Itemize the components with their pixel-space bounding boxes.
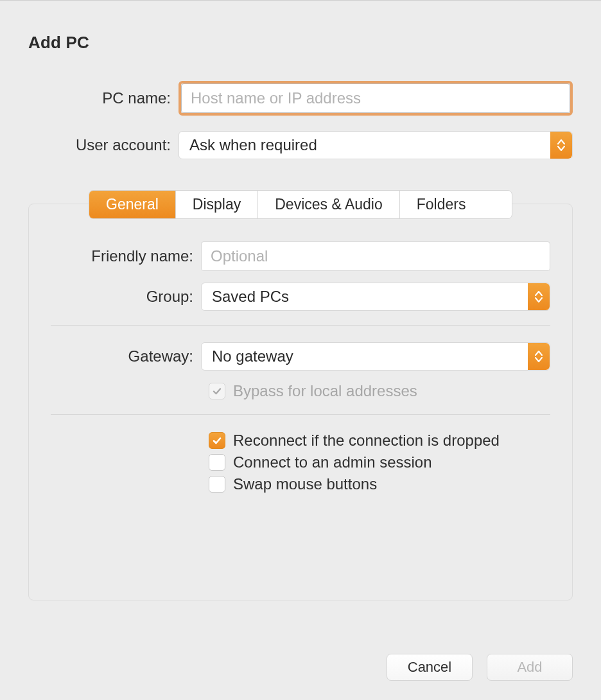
row-pc-name: PC name: <box>28 81 573 116</box>
bypass-local-label: Bypass for local addresses <box>233 382 417 400</box>
pc-name-label: PC name: <box>28 89 179 107</box>
dialog-footer: Cancel Add <box>387 654 573 681</box>
updown-icon <box>550 132 572 159</box>
add-button[interactable]: Add <box>487 654 573 681</box>
tab-folders[interactable]: Folders <box>400 191 483 218</box>
cancel-button[interactable]: Cancel <box>387 654 473 681</box>
row-swap-mouse: Swap mouse buttons <box>209 475 550 493</box>
user-account-value: Ask when required <box>189 136 317 154</box>
pc-name-input[interactable] <box>181 83 570 113</box>
row-admin-session: Connect to an admin session <box>209 453 550 471</box>
friendly-name-input[interactable] <box>201 241 550 271</box>
admin-session-checkbox[interactable] <box>209 454 225 471</box>
row-bypass-local: Bypass for local addresses <box>209 382 550 400</box>
updown-icon <box>528 343 550 370</box>
friendly-name-label: Friendly name: <box>51 247 201 265</box>
swap-mouse-label: Swap mouse buttons <box>233 475 377 493</box>
group-label: Group: <box>51 288 201 306</box>
reconnect-checkbox[interactable] <box>209 432 225 449</box>
tab-general[interactable]: General <box>89 191 176 218</box>
swap-mouse-checkbox[interactable] <box>209 476 225 493</box>
divider <box>51 325 550 326</box>
group-select[interactable]: Saved PCs <box>201 283 550 311</box>
checkmark-icon <box>212 435 222 446</box>
row-group: Group: Saved PCs <box>51 283 550 311</box>
row-gateway: Gateway: No gateway <box>51 342 550 371</box>
gateway-select[interactable]: No gateway <box>201 342 550 371</box>
bypass-local-checkbox <box>209 383 225 399</box>
updown-icon <box>528 283 550 310</box>
dialog-title: Add PC <box>28 33 573 53</box>
row-reconnect: Reconnect if the connection is dropped <box>209 432 550 450</box>
gateway-value: No gateway <box>212 347 293 365</box>
row-user-account: User account: Ask when required <box>28 131 573 159</box>
user-account-label: User account: <box>28 136 179 154</box>
checkmark-icon <box>212 386 222 396</box>
pc-name-focus-ring <box>179 81 573 116</box>
group-value: Saved PCs <box>212 288 289 306</box>
row-friendly-name: Friendly name: <box>51 241 550 271</box>
gateway-label: Gateway: <box>51 347 201 365</box>
reconnect-label: Reconnect if the connection is dropped <box>233 432 500 450</box>
general-panel: Friendly name: Group: Saved PCs Gatew <box>28 204 573 600</box>
tabbar: General Display Devices & Audio Folders <box>89 190 512 219</box>
divider <box>51 414 550 415</box>
add-pc-dialog: Add PC PC name: User account: Ask when r… <box>0 0 601 700</box>
tab-devices-audio[interactable]: Devices & Audio <box>258 191 399 218</box>
admin-session-label: Connect to an admin session <box>233 453 432 471</box>
user-account-select[interactable]: Ask when required <box>179 131 573 159</box>
tab-display[interactable]: Display <box>176 191 258 218</box>
